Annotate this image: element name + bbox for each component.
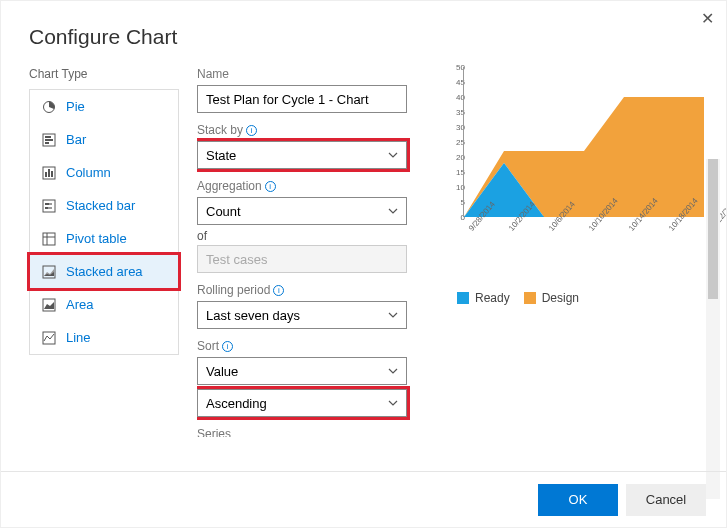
name-input[interactable] <box>197 85 407 113</box>
form-panel: Name Stack byi State Aggregationi Count … <box>197 67 415 437</box>
cancel-button[interactable]: Cancel <box>626 484 706 516</box>
info-icon[interactable]: i <box>246 125 257 136</box>
sort-label: Sort <box>197 339 219 353</box>
close-icon[interactable]: ✕ <box>701 9 714 28</box>
scrollbar[interactable] <box>706 159 720 499</box>
chart-legend: Ready Design <box>457 291 707 305</box>
series-label: Series <box>197 427 407 437</box>
chevron-down-icon <box>388 204 398 219</box>
bar-icon <box>42 133 56 147</box>
legend-design: Design <box>524 291 579 305</box>
chart-type-label: Column <box>66 165 111 180</box>
svg-rect-12 <box>45 207 48 209</box>
dialog-title: Configure Chart <box>1 1 726 67</box>
aggregation-value: Count <box>206 204 241 219</box>
chart-type-pie[interactable]: Pie <box>30 90 178 123</box>
chart-preview: 051015202530354045509/28/201410/2/201410… <box>437 67 707 437</box>
of-label: of <box>197 229 407 243</box>
chevron-down-icon <box>388 308 398 323</box>
chart-type-stacked-area[interactable]: Stacked area <box>30 255 178 288</box>
chart-type-label: Chart Type <box>29 67 179 81</box>
svg-rect-11 <box>49 203 52 205</box>
svg-rect-8 <box>51 171 53 177</box>
scrollbar-thumb[interactable] <box>708 159 718 299</box>
chart-type-label: Line <box>66 330 91 345</box>
legend-ready-label: Ready <box>475 291 510 305</box>
chart-type-line[interactable]: Line <box>30 321 178 354</box>
chart-type-label: Area <box>66 297 93 312</box>
chart-type-column[interactable]: Column <box>30 156 178 189</box>
chevron-down-icon <box>388 396 398 411</box>
chart-type-label: Bar <box>66 132 86 147</box>
legend-design-label: Design <box>542 291 579 305</box>
chart-type-bar[interactable]: Bar <box>30 123 178 156</box>
sort-dir-value: Ascending <box>206 396 267 411</box>
line-icon <box>42 331 56 345</box>
chart-type-label: Pie <box>66 99 85 114</box>
chevron-down-icon <box>388 148 398 163</box>
svg-rect-9 <box>43 200 55 212</box>
aggregation-label: Aggregation <box>197 179 262 193</box>
stacked-bar-icon <box>42 199 56 213</box>
pivot-table-icon <box>42 232 56 246</box>
stack-by-label: Stack by <box>197 123 243 137</box>
svg-rect-4 <box>45 142 49 144</box>
chart-type-panel: Chart Type PieBarColumnStacked barPivot … <box>29 67 179 437</box>
rolling-select[interactable]: Last seven days <box>197 301 407 329</box>
chart-type-stacked-bar[interactable]: Stacked bar <box>30 189 178 222</box>
chart-type-pivot-table[interactable]: Pivot table <box>30 222 178 255</box>
chart-type-label: Stacked bar <box>66 198 135 213</box>
stack-by-select[interactable]: State <box>197 141 407 169</box>
info-icon[interactable]: i <box>265 181 276 192</box>
sort-field-select[interactable]: Value <box>197 357 407 385</box>
svg-rect-10 <box>45 203 49 205</box>
sort-field-value: Value <box>206 364 238 379</box>
pie-icon <box>42 100 56 114</box>
column-icon <box>42 166 56 180</box>
rolling-value: Last seven days <box>206 308 300 323</box>
rolling-label: Rolling period <box>197 283 270 297</box>
chart-type-label: Pivot table <box>66 231 127 246</box>
svg-rect-2 <box>45 136 51 138</box>
legend-ready: Ready <box>457 291 510 305</box>
svg-rect-13 <box>48 207 52 209</box>
stack-by-value: State <box>206 148 236 163</box>
chevron-down-icon <box>388 364 398 379</box>
info-icon[interactable]: i <box>222 341 233 352</box>
of-value: Test cases <box>206 252 267 267</box>
svg-rect-14 <box>43 233 55 245</box>
area-icon <box>42 298 56 312</box>
chart-type-label: Stacked area <box>66 264 143 279</box>
aggregation-select[interactable]: Count <box>197 197 407 225</box>
ok-button[interactable]: OK <box>538 484 618 516</box>
chart-type-area[interactable]: Area <box>30 288 178 321</box>
svg-rect-3 <box>45 139 53 141</box>
sort-dir-select[interactable]: Ascending <box>197 389 407 417</box>
of-select: Test cases <box>197 245 407 273</box>
stacked-area-icon <box>42 265 56 279</box>
dialog-footer: OK Cancel <box>1 471 726 527</box>
svg-rect-7 <box>48 169 50 177</box>
name-label: Name <box>197 67 407 81</box>
svg-rect-6 <box>45 172 47 177</box>
info-icon[interactable]: i <box>273 285 284 296</box>
